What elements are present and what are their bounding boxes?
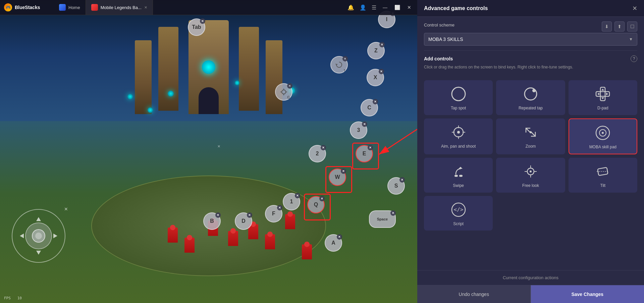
joystick-close[interactable]: ✕ [64,206,68,212]
svg-marker-13 [601,97,604,99]
arrow-up [36,217,41,221]
castle-tower-far-right [266,40,282,114]
key-1[interactable]: ✕ 1 [283,193,300,210]
key-w-redbox [325,166,352,193]
bottom-buttons: Undo changes Save Changes [417,285,644,303]
tilt-label: Tilt [600,183,606,189]
key-x[interactable]: ✕ X [367,69,384,86]
svg-point-0 [282,90,286,94]
svg-marker-12 [601,89,604,91]
control-aim-pan-shoot[interactable]: Aim, pan and shoot [424,118,493,155]
scheme-import-button[interactable]: ⬇ [602,21,612,32]
key-b[interactable]: ✕ B [203,212,221,230]
dpad-icon [594,86,611,102]
profile-icon[interactable]: 👤 [358,4,368,11]
aim-icon [450,124,467,141]
svg-marker-26 [459,167,463,169]
key-x-close[interactable]: ✕ [379,69,384,74]
svg-text:</>: </> [453,206,463,213]
key-b-close[interactable]: ✕ [215,212,221,218]
control-dpad[interactable]: D-pad [569,80,637,115]
key-a-close[interactable]: ✕ [337,234,342,240]
tab-game-label: Mobile Legends Ba... [101,5,142,10]
panel-title: Advanced game controls [424,5,488,11]
add-controls-description: Click or drag the actions on the screen … [424,64,637,70]
key-c-close[interactable]: ✕ [373,99,378,104]
key-3-close[interactable]: ✕ [362,121,367,127]
help-icon[interactable]: ? [631,55,637,62]
castle-orb [202,60,215,74]
control-repeated-tap[interactable]: Repeated tap [496,80,565,115]
scheme-new-button[interactable]: ☐ [627,21,637,32]
key-1-close[interactable]: ✕ [295,193,300,198]
character-8 [302,244,312,259]
scheme-dropdown[interactable]: MOBA 3 SKILLS ▼ [424,33,637,46]
maximize-button[interactable]: ⬜ [392,3,402,12]
tab-game[interactable]: Mobile Legends Ba... ✕ [86,0,153,15]
zoom-icon [522,124,539,141]
joystick[interactable]: ✕ [12,209,65,263]
spacer [417,231,644,270]
key-space-close[interactable]: ✕ [390,210,396,216]
swipe-icon [450,163,467,180]
scheme-name: MOBA 3 SKILLS [428,37,463,42]
svg-point-25 [602,132,604,134]
arrow-down [36,251,41,255]
key-d[interactable]: ✕ D [235,212,252,230]
key-d-close[interactable]: ✕ [247,212,252,218]
save-changes-button[interactable]: Save Changes [531,285,644,303]
script-label: Script [453,221,464,227]
control-moba-skill-pad[interactable]: MOBA skill pad [569,118,637,155]
key-t-close[interactable]: ✕ [342,56,348,61]
svg-point-9 [532,89,536,92]
control-zoom[interactable]: Zoom [496,118,565,155]
tab-close[interactable]: ✕ [144,5,147,10]
key-g[interactable]: ✕ G [275,83,292,101]
tilt-icon [594,163,611,180]
panel-close-button[interactable]: ✕ [632,5,637,12]
key-f[interactable]: ✕ F [265,205,282,222]
control-scheme-section: Control scheme ⬇ ⬆ ☐ MOBA 3 SKILLS ▼ [417,17,644,50]
control-swipe[interactable]: Swipe [424,158,493,193]
key-c[interactable]: ✕ C [361,99,378,116]
repeated-tap-label: Repeated tap [519,106,543,111]
key-s[interactable]: ✕ S [387,177,405,195]
glow-orb-2 [148,107,153,113]
key-tab-close[interactable]: ✕ [200,18,205,24]
key-z[interactable]: ✕ Z [367,42,385,59]
aim-pan-shoot-label: Aim, pan and shoot [441,144,476,149]
notification-icon[interactable]: 🔔 [345,4,356,11]
svg-point-17 [457,131,460,134]
brand-name: BlueStacks [15,5,40,10]
control-free-look[interactable]: Free look [496,158,565,193]
control-tilt[interactable]: Tilt [569,158,637,193]
key-z-close[interactable]: ✕ [379,42,385,47]
undo-changes-button[interactable]: Undo changes [417,285,531,303]
tab-home-label: Home [68,5,80,10]
key-2[interactable]: ✕ 2 [309,145,326,162]
castle-tower-right [239,27,259,111]
scheme-export-button[interactable]: ⬆ [614,21,625,32]
titlebar-controls: 🔔 👤 ☰ — ⬜ ✕ [345,3,417,12]
menu-icon[interactable]: ☰ [370,4,378,11]
key-3[interactable]: ✕ 3 [350,121,367,139]
minimize-button[interactable]: — [380,3,390,12]
tap-spot-icon [450,86,467,102]
moba-icon [594,124,611,141]
joystick-arrows [26,223,51,249]
key-f-close[interactable]: ✕ [277,205,282,210]
close-button[interactable]: ✕ [404,3,415,12]
key-s-close[interactable]: ✕ [399,177,405,183]
control-tap-spot[interactable]: Tap spot [424,80,493,115]
tab-home[interactable]: Home [54,0,86,15]
control-script[interactable]: </> Script [424,196,493,231]
key-2-close[interactable]: ✕ [321,145,326,150]
script-icon: </> [450,201,467,218]
current-config-section: Current configuration actions [417,270,644,285]
key-space[interactable]: ✕ Space [369,210,396,228]
key-t[interactable]: ✕ T [330,56,348,73]
key-a[interactable]: ✕ A [325,234,342,252]
key-g-close[interactable]: ✕ [287,83,292,89]
fps-label: FPS [4,296,11,300]
key-tab[interactable]: ✕ Tab [188,18,205,36]
